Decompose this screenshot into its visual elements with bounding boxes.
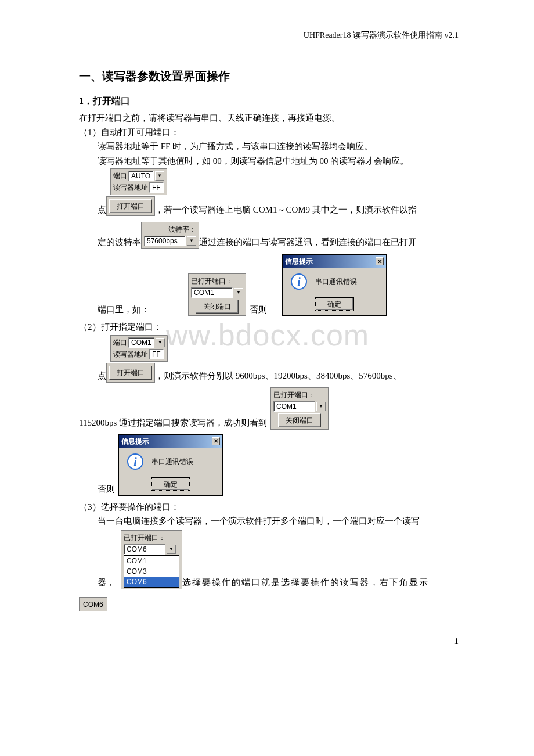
item2-line2: 115200bps 通过指定端口搜索读写器，成功则看到 bbox=[79, 416, 267, 430]
click-prefix: 点 bbox=[98, 203, 106, 217]
item3-prefix: 器， bbox=[98, 576, 115, 589]
item1-label: （1）自动打开可用端口： bbox=[79, 126, 459, 139]
click-suffix-2: ，则演示软件分别以 9600bps、19200bps、38400bps、5760… bbox=[155, 369, 402, 383]
port-label: 端口 bbox=[113, 337, 127, 348]
combo-option-com1[interactable]: COM1 bbox=[124, 556, 179, 566]
opened-port-panel-2: 已打开端口： COM1 ▼ 关闭端口 bbox=[270, 387, 329, 430]
error-dialog: 信息提示 ✕ i 串口通讯错误 确定 bbox=[282, 254, 387, 316]
intro-text: 在打开端口之前，请将读写器与串口、天线正确连接，再接通电源。 bbox=[79, 111, 459, 125]
baud-panel: 波特率： 57600bps ▼ bbox=[141, 222, 199, 249]
chevron-down-icon[interactable]: ▼ bbox=[167, 545, 176, 554]
open-prefix: 端口里，如： bbox=[98, 303, 150, 316]
open-port-button-2[interactable]: 打开端口 bbox=[109, 366, 152, 380]
status-bar-port: COM6 bbox=[79, 597, 107, 611]
port-config-panel-2: 端口 COM1 ▼ 读写器地址 FF bbox=[110, 335, 168, 362]
chevron-down-icon[interactable]: ▼ bbox=[234, 288, 243, 297]
item1-line1: 读写器地址等于 FF 时，为广播方式，与该串口连接的读写器均会响应。 bbox=[79, 140, 459, 153]
chevron-down-icon[interactable]: ▼ bbox=[316, 402, 326, 411]
combo-option-com6[interactable]: COM6 bbox=[124, 577, 179, 587]
port-config-panel: 端口 AUTO ▼ 读写器地址 FF bbox=[110, 168, 167, 195]
else-text: 否则 bbox=[250, 303, 267, 316]
open-port-button-panel-2: 打开端口 bbox=[106, 363, 155, 383]
chevron-down-icon[interactable]: ▼ bbox=[156, 338, 165, 347]
dialog-msg: 串口通讯错误 bbox=[315, 276, 357, 287]
doc-header: UHFReader18 读写器演示软件使用指南 v2.1 bbox=[79, 29, 459, 44]
opened-label-2: 已打开端口： bbox=[273, 390, 315, 400]
open-port-button-panel: 打开端口 bbox=[106, 196, 155, 216]
baud-suffix: 通过连接的端口与读写器通讯，看到连接的端口在已打开 bbox=[199, 236, 417, 249]
chevron-down-icon[interactable]: ▼ bbox=[187, 236, 196, 246]
open-port-button[interactable]: 打开端口 bbox=[109, 199, 152, 213]
item2-label: （2）打开指定端口： ww.bdocx.com bbox=[79, 321, 459, 334]
opened-port-panel-3: 已打开端口： COM6 ▼ COM1 COM3 COM6 bbox=[121, 530, 182, 589]
close-icon[interactable]: ✕ bbox=[376, 257, 384, 265]
click-prefix-2: 点 bbox=[98, 369, 106, 383]
port-combo[interactable]: AUTO bbox=[128, 171, 154, 181]
dialog-msg-2: 串口通讯错误 bbox=[151, 456, 193, 467]
dialog-title-2: 信息提示 bbox=[121, 436, 149, 447]
item3-suffix: 选择要操作的端口就是选择要操作的读写器，右下角显示 bbox=[182, 576, 429, 589]
baud-label: 波特率： bbox=[168, 224, 196, 235]
close-port-button[interactable]: 关闭端口 bbox=[196, 300, 239, 314]
port-combo-2[interactable]: COM1 bbox=[128, 337, 154, 348]
combo-option-com3[interactable]: COM3 bbox=[124, 566, 179, 577]
addr-label: 读写器地址 bbox=[113, 182, 148, 193]
addr-input[interactable]: FF bbox=[149, 182, 164, 193]
opened-combo-3[interactable]: COM6 bbox=[124, 544, 165, 555]
opened-combo-2[interactable]: COM1 bbox=[273, 401, 315, 412]
addr-label: 读写器地址 bbox=[113, 349, 148, 359]
else-text-2: 否则 bbox=[98, 483, 115, 496]
item3-line1: 当一台电脑连接多个读写器，一个演示软件打开多个端口时，一个端口对应一个读写 bbox=[79, 514, 459, 528]
click-suffix: ，若一个读写器连上电脑 COM1～COM9 其中之一，则演示软件以指 bbox=[155, 203, 417, 217]
item1-line2: 读写器地址等于其他值时，如 00，则读写器信息中地址为 00 的读写器才会响应。 bbox=[79, 154, 459, 168]
close-port-button-2[interactable]: 关闭端口 bbox=[278, 413, 321, 427]
page-number: 1 bbox=[79, 635, 459, 648]
baud-combo[interactable]: 57600bps bbox=[144, 236, 186, 246]
info-icon: i bbox=[127, 453, 143, 470]
opened-label: 已打开端口： bbox=[191, 276, 233, 286]
addr-input-2[interactable]: FF bbox=[149, 349, 164, 359]
dialog-title: 信息提示 bbox=[285, 256, 313, 267]
info-icon: i bbox=[291, 273, 307, 290]
ok-button-2[interactable]: 确定 bbox=[151, 478, 190, 491]
port-label: 端口 bbox=[113, 171, 127, 181]
opened-combo[interactable]: COM1 bbox=[191, 287, 233, 298]
item3-label: （3）选择要操作的端口： bbox=[79, 501, 459, 514]
subsection-title: 1．打开端口 bbox=[79, 94, 459, 108]
chevron-down-icon[interactable]: ▼ bbox=[155, 171, 164, 181]
error-dialog-2: 信息提示 ✕ i 串口通讯错误 确定 bbox=[118, 434, 223, 496]
section-title: 一、读写器参数设置界面操作 bbox=[79, 67, 459, 85]
baud-prefix: 定的波特率 bbox=[98, 236, 141, 249]
close-icon[interactable]: ✕ bbox=[212, 437, 220, 445]
ok-button[interactable]: 确定 bbox=[315, 298, 353, 311]
opened-port-panel: 已打开端口： COM1 ▼ 关闭端口 bbox=[188, 273, 246, 316]
opened-label-3: 已打开端口： bbox=[124, 532, 165, 543]
